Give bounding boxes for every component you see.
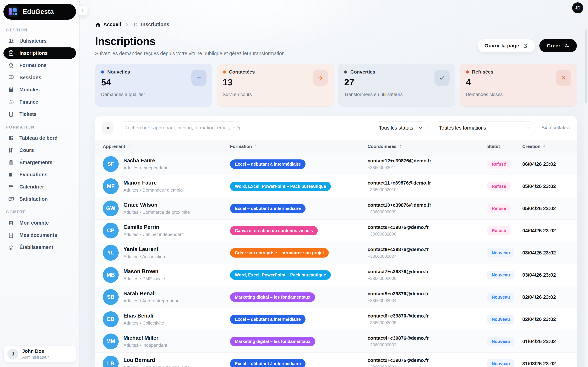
creation-date: 31/03/26 23:02 (522, 361, 569, 367)
formation-filter-value: Toutes les formations (439, 125, 486, 131)
table-row[interactable]: CPCamille PerrinAdultes • Cabinet indépe… (95, 220, 577, 242)
sidebar-item-inscriptions[interactable]: Inscriptions (3, 47, 76, 59)
table-row[interactable]: YLYanis LaurentAdultes • AssociationCrée… (95, 242, 577, 264)
layout-icon (8, 135, 14, 141)
app-logo[interactable]: EduGesta (3, 4, 76, 20)
arrow-right-icon[interactable] (313, 70, 328, 86)
sidebar-item-label: Utilisateurs (19, 38, 47, 44)
stat-caption: Transformées en utilisateurs (344, 92, 449, 97)
stat-card-contactees[interactable]: Contactées13Suivi en cours (217, 64, 334, 107)
table-row[interactable]: MMMichael MillerAdultes • IndépendantMar… (95, 330, 577, 353)
stat-value: 54 (101, 77, 206, 87)
topbar-avatar[interactable]: JD (572, 2, 583, 13)
breadcrumb-home-link[interactable]: Accueil (95, 22, 121, 27)
status-dot-icon (223, 70, 226, 74)
avatar: CP (103, 223, 119, 239)
column-header-coordonnees[interactable]: Coordonnées (367, 144, 481, 149)
table-row[interactable]: GWGrace WilsonAdultes • Commerce de prox… (95, 197, 577, 220)
inscriptions-icon (133, 22, 138, 27)
check-icon[interactable] (435, 70, 450, 86)
view-toggle-icon[interactable] (102, 122, 113, 133)
page-title: Inscriptions (95, 35, 286, 48)
sidebar-item-formations[interactable]: Formations (3, 60, 76, 71)
stat-card-converties[interactable]: Converties27Transformées en utilisateurs (338, 64, 455, 107)
sidebar-item-label: Calendrier (19, 184, 44, 190)
status-dot-icon (101, 70, 104, 74)
create-button[interactable]: Créer (539, 39, 577, 52)
stat-card-nouvelles[interactable]: Nouvelles54Demandes à qualifier (95, 64, 212, 107)
table-row[interactable]: SFSacha FaureAdultes • IndépendantExcel … (95, 153, 577, 175)
sidebar-item-modules[interactable]: Modules (3, 84, 76, 95)
plus-icon[interactable] (191, 70, 206, 86)
sidebar-item-cours[interactable]: Cours (3, 144, 76, 156)
column-header-formation[interactable]: Formation (230, 144, 367, 149)
contact-phone: +33600002006 (367, 276, 481, 281)
column-label: Apprenant (103, 144, 125, 149)
sidebar-item-tableau-de-bord[interactable]: Tableau de bord (3, 132, 76, 144)
contact-phone: +33600002011 (367, 165, 481, 170)
sidebar-item-etablissement[interactable]: Établissement (3, 242, 76, 253)
creation-date: 02/04/26 23:02 (522, 317, 569, 322)
results-count: 54 résultat(s) (542, 125, 570, 131)
stat-value: 27 (344, 77, 449, 87)
stat-caption: Demandes closes (466, 92, 571, 97)
contact-phone: +33600002009 (367, 209, 481, 214)
main-content: JD Accueil Inscriptions Inscriptions Sui… (80, 0, 588, 367)
status-badge: Nouveau (487, 293, 514, 301)
sidebar: EduGesta GESTIONUtilisateursInscriptions… (0, 0, 80, 367)
sidebar-item-calendrier[interactable]: Calendrier (3, 181, 76, 192)
open-page-button[interactable]: Ouvrir la page (477, 39, 535, 52)
sidebar-user-card[interactable]: J John Doe Administrateur (3, 346, 76, 363)
sidebar-item-evaluations[interactable]: Évaluations (3, 169, 76, 180)
x-icon[interactable] (556, 70, 571, 86)
nav-section-label-gestion: GESTION (6, 28, 73, 33)
sidebar-item-satisfaction[interactable]: Satisfaction (3, 193, 76, 205)
formation-badge: Marketing digital – les fondamentaux (230, 292, 315, 302)
formation-badge: Canva et création de contenus visuels (230, 226, 318, 235)
sidebar-item-label: Sessions (19, 75, 41, 80)
sidebar-item-sessions[interactable]: Sessions (3, 72, 76, 83)
formation-filter-select[interactable]: Toutes les formations (433, 121, 536, 134)
apprenant-name: Mason Brown (123, 268, 165, 275)
avatar: GW (103, 200, 119, 216)
apprenant-name: Michael Miller (123, 335, 167, 341)
sidebar-item-tickets[interactable]: Tickets (3, 108, 76, 120)
sidebar-item-label: Inscriptions (19, 50, 48, 56)
creation-date: 05/04/26 23:02 (522, 184, 569, 189)
status-filter-select[interactable]: Tous les statuts (373, 121, 429, 134)
column-header-statut[interactable]: Statut (481, 144, 522, 149)
scrollbar[interactable] (585, 0, 588, 367)
stat-card-refusees[interactable]: Refusées4Demandes closes (460, 64, 577, 107)
breadcrumb-current: Inscriptions (133, 22, 169, 27)
sidebar-item-emargements[interactable]: Émargements (3, 157, 76, 168)
etablissement-icon (8, 244, 14, 250)
scrollbar-thumb[interactable] (585, 29, 587, 103)
contact-phone: +33600002008 (367, 232, 481, 237)
sidebar-item-finance[interactable]: Finance (3, 96, 76, 108)
sidebar-collapse-button[interactable] (78, 6, 88, 16)
table-row[interactable]: MBMason BrownAdultes • PME localeWord, E… (95, 264, 577, 286)
formation-badge: Word, Excel, PowerPoint – Pack bureautiq… (230, 270, 331, 280)
avatar: YL (103, 245, 119, 261)
column-header-apprenant[interactable]: Apprenant (103, 144, 230, 149)
search-input[interactable] (118, 121, 246, 134)
avatar: SB (103, 289, 119, 305)
sort-icon (502, 144, 506, 148)
formation-badge: Word, Excel, PowerPoint – Pack bureautiq… (230, 182, 331, 191)
table-row[interactable]: EBElias BenaliAdultes • CollectivitéExce… (95, 308, 577, 330)
documents-icon (8, 232, 14, 238)
table-row[interactable]: LBLou BernardAdultes • Commerce de proxi… (95, 353, 577, 367)
creation-date: 04/04/26 23:02 (522, 228, 569, 234)
avatar: MM (103, 334, 119, 349)
table-row[interactable]: SBSarah BenaliAdultes • Auto-entrepreneu… (95, 286, 577, 308)
stat-value: 4 (466, 77, 571, 87)
formation-badge: Excel – débutant à intermédiaire (230, 159, 306, 169)
table-row[interactable]: MFManon FaureAdultes • Demandeur d’emplo… (95, 175, 577, 197)
column-header-creation[interactable]: Création (522, 144, 569, 149)
sidebar-item-label: Mon compte (19, 220, 49, 226)
sidebar-item-mon-compte[interactable]: Mon compte (3, 217, 76, 228)
sidebar-item-utilisateurs[interactable]: Utilisateurs (3, 35, 76, 47)
avatar: EB (103, 311, 119, 327)
sidebar-item-mes-documents[interactable]: Mes documents (3, 229, 76, 241)
column-label: Coordonnées (367, 144, 396, 149)
